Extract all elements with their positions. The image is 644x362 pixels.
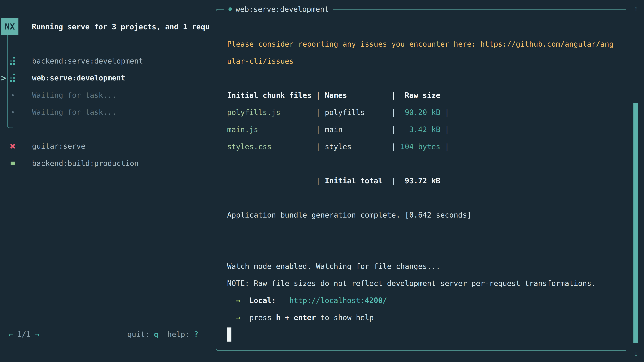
local-url-line: → Local: http://localhost:4200/ (227, 292, 624, 309)
initial-total-row: |Initial total|93.72 kB (227, 172, 624, 189)
pending-dot-icon (9, 104, 17, 120)
chunk-file: main.js (227, 121, 316, 138)
chunk-name: styles (325, 138, 392, 155)
help-hint-line: → press h + enter to show help (227, 309, 624, 326)
page-position: 1/1 (17, 330, 30, 339)
task-row-guitar-serve[interactable]: guitar:serve (0, 138, 213, 155)
chunk-table-row: styles.css|styles|104 bytes| (227, 138, 624, 155)
table-pipe: | (392, 104, 400, 121)
chunk-table-row: main.js|main|3.42 kB| (227, 121, 624, 138)
table-pipe: | (392, 87, 400, 104)
url-port: 4200 (365, 296, 382, 305)
blank-line (227, 189, 624, 206)
table-pipe: | (316, 104, 325, 121)
issue-notice-line1: Please consider reporting any issues you… (227, 35, 624, 53)
table-pipe: | (392, 138, 400, 155)
running-status-dot-icon (228, 7, 232, 11)
help-suffix: to show help (316, 313, 374, 322)
url-prefix: http://localhost: (289, 296, 365, 305)
chunk-file: styles.css (227, 138, 316, 155)
help-key: ? (194, 330, 198, 339)
table-pipe: | (316, 87, 325, 104)
task-row-waiting-1[interactable]: Waiting for task... (0, 87, 213, 104)
pending-dot-icon (9, 87, 17, 104)
page-left-arrow-icon[interactable]: ← (8, 330, 13, 339)
success-square-icon (9, 155, 17, 172)
bundle-complete-line: Application bundle generation complete. … (227, 206, 624, 224)
gap (276, 296, 289, 305)
scroll-down-arrow-icon[interactable]: ↓ (629, 346, 643, 361)
chunk-table-header: Initial chunk files|Names|Raw size (227, 87, 624, 104)
task-row-backend-build[interactable]: backend:build:production (0, 155, 213, 172)
scrollbar-thumb[interactable] (634, 103, 638, 343)
pager: ← 1/1 → (8, 326, 40, 343)
table-pipe: | (316, 138, 325, 155)
pad (240, 313, 249, 322)
table-pipe: | (440, 104, 449, 121)
keyboard-hints: quit: q help: ? (127, 326, 198, 343)
table-pipe: | (316, 172, 325, 189)
help-hint-label: help: (167, 330, 194, 339)
error-cross-icon (9, 138, 17, 155)
local-label: Local: (249, 296, 276, 305)
blank-line (227, 224, 624, 241)
panel-title-text: web:serve:development (236, 5, 329, 13)
page-indicator (13, 330, 18, 339)
hint-gap (158, 330, 167, 339)
total-size: 93.72 kB (400, 172, 440, 189)
terminal-output: Please consider reporting any issues you… (227, 35, 624, 343)
chunk-size: 3.42 kB (400, 121, 440, 138)
task-row-waiting-2[interactable]: Waiting for task... (0, 104, 213, 120)
table-pipe: | (392, 172, 400, 189)
header-names: Names (325, 87, 392, 104)
spinner-icon (9, 69, 17, 86)
task-label: backend:build:production (32, 159, 139, 168)
chunk-size: 90.20 kB (400, 104, 440, 121)
cursor-line (227, 326, 624, 343)
chunk-name: main (325, 121, 392, 138)
scroll-up-arrow-icon[interactable]: ↑ (629, 1, 643, 16)
task-row-backend-serve[interactable]: backend:serve:development (0, 52, 213, 69)
panel-title: web:serve:development (224, 4, 333, 14)
chunk-name: polyfills (325, 104, 392, 121)
arrow-icon: → (236, 296, 240, 305)
task-label: Waiting for task... (32, 108, 116, 116)
task-row-web-serve[interactable]: > web:serve:development (0, 69, 213, 86)
page-right-arrow-icon[interactable]: → (35, 330, 40, 339)
pad (240, 296, 249, 305)
blank-line (227, 241, 624, 258)
task-label: web:serve:development (32, 73, 125, 82)
watch-mode-line: Watch mode enabled. Watching for file ch… (227, 258, 624, 275)
localhost-link[interactable]: http://localhost:4200/ (289, 296, 387, 305)
selected-chevron-icon: > (1, 73, 6, 83)
blank-line (227, 155, 624, 172)
terminal-cursor[interactable] (227, 328, 232, 342)
quit-key: q (154, 330, 158, 339)
task-label: backend:serve:development (32, 57, 143, 65)
help-keys: h + enter (276, 313, 316, 322)
chunk-table-row: polyfills.js|polyfills|90.20 kB| (227, 104, 624, 121)
spacer (30, 330, 35, 339)
indent (227, 296, 236, 305)
chunk-file: polyfills.js (227, 104, 316, 121)
task-label: Waiting for task... (32, 91, 116, 99)
table-pipe: | (392, 121, 400, 138)
note-line: NOTE: Raw file sizes do not reflect deve… (227, 275, 624, 292)
blank-line (227, 70, 624, 87)
total-label: Initial total (325, 172, 392, 189)
table-pipe: | (316, 121, 325, 138)
nx-logo: NX (1, 18, 18, 35)
arrow-icon: → (236, 313, 240, 322)
table-pipe: | (440, 121, 449, 138)
table-pipe: | (440, 138, 449, 155)
spinner-icon (9, 52, 17, 69)
header-raw-size: Raw size (400, 87, 440, 104)
url-suffix: / (382, 296, 387, 305)
press-text: press (249, 313, 276, 322)
quit-hint-label: quit: (127, 330, 154, 339)
header-file: Initial chunk files (227, 87, 316, 104)
chunk-size: 104 bytes (400, 138, 440, 155)
issue-notice-line2: ular-cli/issues (227, 53, 624, 70)
indent (227, 313, 236, 322)
page-title: Running serve for 3 projects, and 1 requ (32, 18, 215, 35)
